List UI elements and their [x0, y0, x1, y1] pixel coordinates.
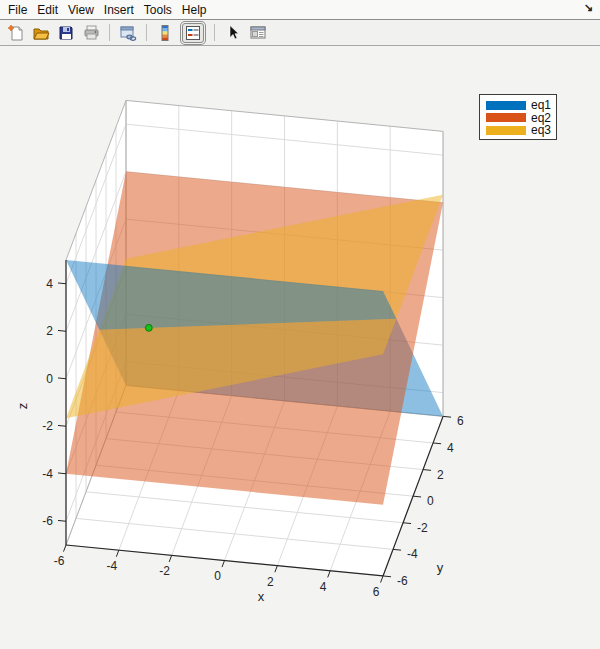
edit-plot-button[interactable] [222, 23, 244, 43]
tick-label: -2 [159, 564, 170, 578]
legend-swatch-eq1 [486, 101, 526, 110]
save-figure-icon [57, 24, 75, 42]
tick-label: 0 [214, 569, 221, 583]
menu-overflow-arrow-icon[interactable]: ↘ [584, 1, 593, 14]
menu-help[interactable]: Help [182, 3, 207, 17]
new-figure-icon [7, 24, 25, 42]
edit-plot-arrow-icon [224, 24, 242, 42]
tick-label: 6 [457, 414, 464, 428]
menu-edit[interactable]: Edit [37, 3, 58, 17]
legend-label: eq2 [531, 112, 551, 124]
legend-item-eq2[interactable]: eq2 [486, 112, 556, 124]
legend-item-eq1[interactable]: eq1 [486, 99, 556, 111]
tick-label: -4 [42, 467, 53, 481]
tick-label: -2 [42, 419, 53, 433]
toolbar-separator [214, 24, 215, 41]
link-plot-button[interactable] [117, 23, 139, 43]
insert-colorbar-button[interactable] [154, 23, 176, 43]
link-plot-icon [119, 24, 137, 42]
open-file-icon [32, 24, 50, 42]
tick-label: -4 [407, 547, 418, 561]
tick-label: 0 [46, 372, 53, 386]
tick-label: 2 [46, 324, 53, 338]
open-file-button[interactable] [30, 23, 52, 43]
toolbar-separator [146, 24, 147, 41]
tick-label: -6 [54, 554, 65, 568]
menu-tools[interactable]: Tools [144, 3, 172, 17]
tick-label: 4 [447, 441, 454, 455]
save-figure-button[interactable] [55, 23, 77, 43]
insert-legend-button[interactable] [182, 23, 204, 43]
tick-label: 6 [373, 585, 380, 599]
matlab-figure-window: { "window": { "menu": ["File", "Edit", "… [0, 0, 600, 649]
toolbar-separator [109, 24, 110, 41]
insert-legend-icon [184, 24, 202, 42]
figure-toolbar [0, 20, 600, 46]
tick-label: 4 [46, 277, 53, 291]
tick-label: 0 [427, 494, 434, 508]
property-inspector-button[interactable] [247, 23, 269, 43]
z-axis-label: z [15, 403, 30, 410]
x-axis-label: x [258, 589, 265, 604]
tick-label: -2 [417, 521, 428, 535]
insert-colorbar-icon [156, 24, 174, 42]
tick-label: 2 [437, 468, 444, 482]
solution-point-marker[interactable] [145, 324, 152, 331]
tick-label: -4 [107, 559, 118, 573]
menu-bar: File Edit View Insert Tools Help ↘ [0, 0, 600, 20]
menu-insert[interactable]: Insert [104, 3, 134, 17]
property-inspector-icon [249, 24, 267, 42]
y-axis-label: y [437, 560, 444, 575]
tick-label: -6 [42, 514, 53, 528]
legend-label: eq1 [531, 99, 551, 111]
tick-label: -6 [397, 574, 408, 588]
print-figure-icon [82, 24, 100, 42]
menu-view[interactable]: View [68, 3, 94, 17]
new-figure-button[interactable] [5, 23, 27, 43]
plot-legend[interactable]: eq1 eq2 eq3 [479, 94, 557, 140]
legend-label: eq3 [531, 124, 551, 136]
menu-file[interactable]: File [8, 3, 27, 17]
print-figure-button[interactable] [80, 23, 102, 43]
legend-item-eq3[interactable]: eq3 [486, 124, 556, 136]
tick-label: 2 [267, 575, 274, 589]
legend-swatch-eq2 [486, 113, 526, 122]
legend-swatch-eq3 [486, 126, 526, 135]
tick-label: 4 [320, 580, 327, 594]
